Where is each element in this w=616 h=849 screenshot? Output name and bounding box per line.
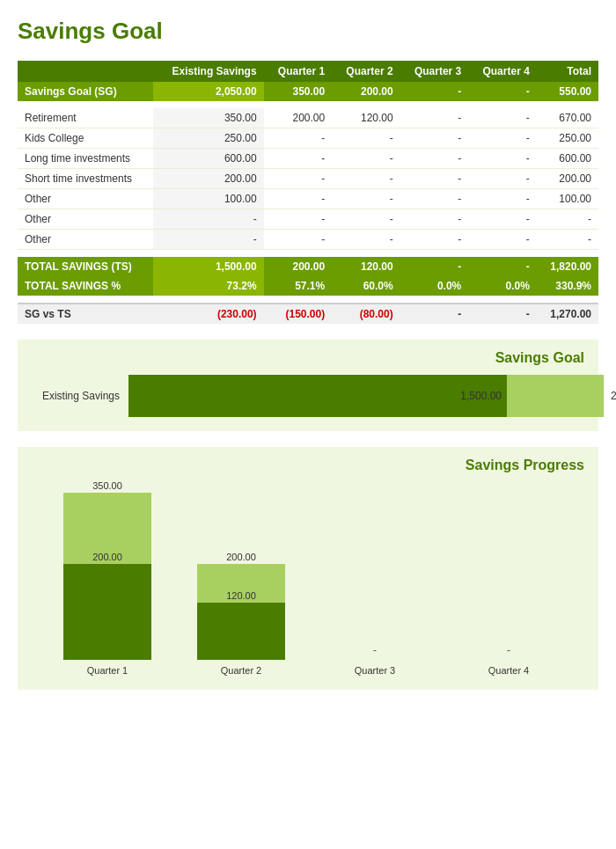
goal-label: 200.00 — [197, 552, 285, 562]
savings-progress-chart: Savings Progress 350.00200.00Quarter 120… — [18, 447, 598, 690]
bar-filled: 1,500.00 — [128, 375, 507, 417]
table-row: Short time investments 200.00 - - - - 20… — [18, 169, 598, 189]
quarter-group: 200.00120.00Quarter 2 — [188, 493, 294, 676]
table-row: Retirement 350.00 200.00 120.00 - - 670.… — [18, 108, 598, 128]
table-row: Other - - - - - - — [18, 230, 598, 250]
sg-total: 550.00 — [537, 82, 598, 101]
actual-bar — [197, 603, 285, 660]
bar-filled-value: 1,500.00 — [460, 390, 502, 402]
table-row: Other - - - - - - — [18, 209, 598, 230]
actual-bar — [63, 564, 151, 660]
bar-goal-value: 2,050.00 — [611, 390, 616, 402]
savings-goal-chart-title: Savings Goal — [32, 350, 584, 366]
actual-label: 120.00 — [197, 590, 285, 601]
dash-label: - — [331, 644, 419, 656]
col-header-existing: Existing Savings — [153, 61, 263, 82]
sg-label: Savings Goal (SG) — [18, 82, 153, 101]
spacer-row — [18, 101, 598, 108]
total-savings-row: TOTAL SAVINGS (TS) 1,500.00 200.00 120.0… — [18, 257, 598, 276]
savings-goal-chart: Savings Goal Existing Savings 1,500.00 2… — [18, 340, 598, 431]
quarter-group: 350.00200.00Quarter 1 — [55, 493, 160, 676]
quarter-axis-label: Quarter 1 — [87, 665, 128, 676]
dash-label: - — [465, 644, 553, 656]
col-header-total: Total — [537, 61, 598, 82]
sg-existing: 2,050.00 — [153, 82, 263, 101]
col-header-q2: Quarter 2 — [332, 61, 400, 82]
col-header-q3: Quarter 3 — [400, 61, 469, 82]
bar-track: 1,500.00 2,050.00 — [128, 375, 616, 417]
bar-goal — [507, 375, 604, 417]
progress-chart-title: Savings Progress — [32, 457, 584, 473]
quarter-axis-label: Quarter 4 — [488, 665, 529, 676]
quarter-axis-label: Quarter 2 — [221, 665, 261, 676]
sg-q1: 350.00 — [264, 82, 333, 101]
sg-q4: - — [468, 82, 537, 101]
sg-vs-ts-row: SG vs TS (230.00) (150.00) (80.00) - - 1… — [18, 304, 598, 324]
quarter-axis-label: Quarter 3 — [355, 665, 395, 676]
page-title: Savings Goal — [18, 18, 598, 45]
total-pct-row: TOTAL SAVINGS % 73.2% 57.1% 60.0% 0.0% 0… — [18, 276, 598, 296]
quarter-group: -Quarter 3 — [322, 493, 428, 676]
col-header-label — [18, 61, 153, 82]
savings-table: Existing Savings Quarter 1 Quarter 2 Qua… — [18, 61, 598, 324]
spacer-row-3 — [18, 296, 598, 304]
col-header-q1: Quarter 1 — [264, 61, 333, 82]
table-row: Long time investments 600.00 - - - - 600… — [18, 149, 598, 169]
col-header-q4: Quarter 4 — [468, 61, 537, 82]
bar-label: Existing Savings — [32, 390, 120, 402]
goal-label: 350.00 — [63, 480, 151, 491]
table-row: Kids College 250.00 - - - - 250.00 — [18, 128, 598, 149]
quarter-group: -Quarter 4 — [456, 493, 561, 676]
vertical-bar-chart: 350.00200.00Quarter 1200.00120.00Quarter… — [32, 482, 584, 676]
sg-q2: 200.00 — [332, 82, 400, 101]
sg-q3: - — [400, 82, 469, 101]
savings-goal-row: Savings Goal (SG) 2,050.00 350.00 200.00… — [18, 82, 598, 101]
table-row: Other 100.00 - - - - 100.00 — [18, 189, 598, 209]
spacer-row-2 — [18, 250, 598, 258]
actual-label: 200.00 — [63, 552, 151, 562]
horizontal-bar-chart: Existing Savings 1,500.00 2,050.00 — [32, 375, 584, 417]
